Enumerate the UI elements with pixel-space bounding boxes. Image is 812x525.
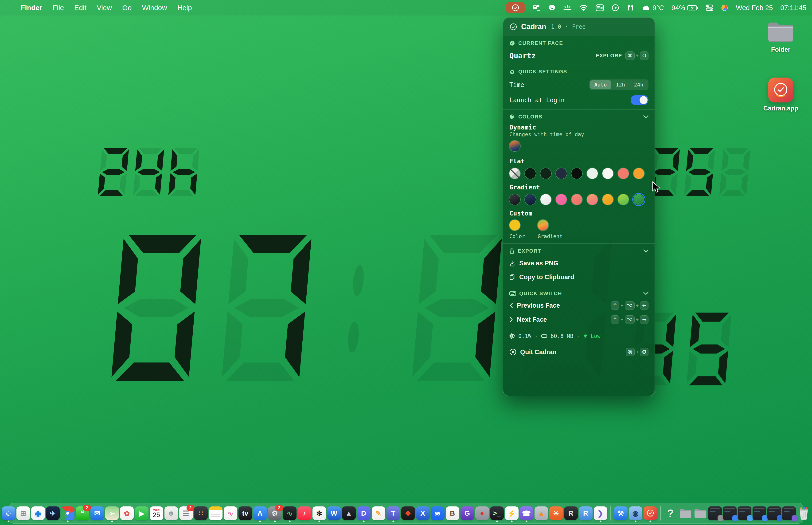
dock-item-docker[interactable]: ≋: [431, 507, 445, 520]
save-as-png-button[interactable]: Save as PNG: [509, 256, 648, 270]
chevron-down-icon[interactable]: [643, 114, 648, 120]
flat-swatch-none[interactable]: [509, 168, 520, 179]
menubar-menu-edit[interactable]: Edit: [74, 4, 87, 12]
flat-swatch-salmon[interactable]: [618, 168, 629, 179]
time-format-option-24h[interactable]: 24h: [630, 80, 647, 89]
dock-item-xcode[interactable]: ⚒: [614, 507, 628, 520]
gradient-swatch-green[interactable]: [633, 194, 644, 205]
teams-status-icon[interactable]: T: [533, 4, 541, 12]
dock-item-launchpad[interactable]: ⊞: [16, 507, 30, 520]
dock-item-discord[interactable]: D: [357, 507, 370, 520]
flat-swatch-white[interactable]: [602, 168, 613, 179]
dock-item-minimized-window[interactable]: [723, 507, 737, 520]
menubar-app-name[interactable]: Finder: [21, 4, 42, 12]
dock-item-telegram[interactable]: ✈: [46, 507, 60, 520]
viber-icon[interactable]: [548, 4, 556, 12]
menubar-time[interactable]: 07:11:45: [780, 4, 806, 12]
dock-item-dbeaver[interactable]: B: [446, 507, 459, 520]
command-palette-icon[interactable]: ⌘: [596, 4, 604, 11]
gradient-swatch-white[interactable]: [540, 194, 551, 205]
dock-item-freeform[interactable]: ∿: [224, 507, 237, 520]
dock-item-cadran-dock[interactable]: [644, 507, 657, 520]
dock-item-folder-stack[interactable]: [693, 507, 707, 520]
gradient-swatch-midnight[interactable]: [525, 194, 536, 205]
dock-item-music[interactable]: ♪: [298, 507, 311, 520]
menubar-menu-help[interactable]: Help: [178, 4, 192, 12]
gradient-swatch-pink[interactable]: [556, 194, 567, 205]
menubar-menu-window[interactable]: Window: [142, 4, 167, 12]
flat-swatch-off-white[interactable]: [587, 168, 598, 179]
dock-item-contacts[interactable]: ☻: [165, 507, 178, 520]
dock-item-warp[interactable]: ❯: [594, 507, 607, 520]
battery-status[interactable]: 94%: [672, 4, 698, 12]
control-center-icon[interactable]: [706, 4, 713, 11]
time-format-option-auto[interactable]: Auto: [590, 80, 611, 89]
menubar-menu-go[interactable]: Go: [122, 4, 132, 12]
dock-item-messenger[interactable]: ⚡: [505, 507, 519, 520]
flat-swatch-dark-green[interactable]: [525, 168, 536, 179]
dock-item-messages[interactable]: ❝2: [76, 507, 89, 520]
flat-swatch-forest[interactable]: [540, 168, 551, 179]
dock-item-system-settings[interactable]: ⚙2: [268, 507, 282, 520]
dock-item-screen-capture-app[interactable]: ◉: [629, 507, 642, 520]
dock-item-minimized-window[interactable]: [738, 507, 751, 520]
quit-cadran-button[interactable]: Quit Cadran ⌘+Q: [503, 343, 655, 361]
dock-item-apple-tv[interactable]: tv: [239, 507, 252, 520]
gradient-swatch-lime[interactable]: [618, 194, 629, 205]
dock-item-word[interactable]: W: [327, 507, 341, 520]
play-circle-icon[interactable]: [612, 4, 619, 12]
rays-icon[interactable]: [563, 4, 572, 12]
chevron-down-icon[interactable]: [643, 248, 648, 254]
chevron-down-icon[interactable]: [643, 290, 648, 297]
dock-item-teams[interactable]: T: [386, 507, 400, 520]
dock-item-folder-downloads[interactable]: [678, 507, 692, 520]
dock-item-blue-r-app[interactable]: R: [579, 507, 593, 520]
launch-at-login-toggle[interactable]: [631, 95, 648, 105]
dock-item-maps[interactable]: ➢: [105, 507, 119, 520]
dock-item-github[interactable]: G: [460, 507, 474, 520]
dock-item-minimized-window[interactable]: [708, 507, 722, 520]
dock-item-minimized-window[interactable]: [753, 507, 766, 520]
dock-item-app-store[interactable]: A: [253, 507, 267, 520]
flat-swatch-orange[interactable]: [633, 168, 644, 179]
gradient-swatch-sunset[interactable]: [587, 194, 598, 205]
gradient-swatch-amber[interactable]: [602, 194, 613, 205]
dock-item-dark-r-app[interactable]: R: [564, 507, 578, 520]
dock-item-minimized-window[interactable]: [782, 507, 796, 520]
dock-item-minimized-window[interactable]: [767, 507, 781, 520]
dock-item-calculator[interactable]: ∷: [194, 507, 208, 520]
dock-item-terminal[interactable]: >_: [490, 507, 504, 520]
dock-item-notes[interactable]: [209, 507, 223, 520]
next-face-button[interactable]: Next Face ^+⌥+→: [509, 313, 648, 327]
previous-face-button[interactable]: Previous Face ^+⌥+←: [509, 298, 648, 313]
desktop-icon-cadran-app[interactable]: Cadran.app: [760, 77, 802, 112]
explore-label[interactable]: EXPLORE: [596, 52, 622, 59]
dock-item-dark-triangle-app[interactable]: ▲: [342, 507, 356, 520]
gradient-swatch-charcoal[interactable]: [509, 194, 520, 205]
custom-color-picker[interactable]: Color: [509, 220, 525, 239]
dock-item-photos[interactable]: ✿: [120, 507, 134, 520]
dock-item-missing-app[interactable]: ?: [664, 507, 677, 520]
wifi-icon[interactable]: [579, 4, 588, 11]
dock-item-figma[interactable]: ❖: [401, 507, 415, 520]
dock-item-facetime[interactable]: ▶: [135, 507, 149, 520]
menubar-menu-view[interactable]: View: [97, 4, 112, 12]
custom-gradient-picker[interactable]: Gradient: [538, 220, 563, 239]
dock-item-claude[interactable]: ✳: [549, 507, 563, 520]
dock-item-vlc[interactable]: ▲: [535, 507, 548, 520]
desktop-icon-folder[interactable]: Folder: [760, 20, 802, 53]
dock-item-safari[interactable]: ◉: [31, 507, 45, 520]
dock-item-activity-monitor[interactable]: ∿: [283, 507, 296, 520]
custom-color-swatch[interactable]: [509, 220, 520, 230]
cadran-menubar-icon[interactable]: [506, 2, 525, 13]
dock-item-trash[interactable]: [797, 507, 811, 520]
dynamic-color-swatch[interactable]: [509, 140, 520, 151]
copy-to-clipboard-button[interactable]: Copy to Clipboard: [509, 270, 648, 284]
dock-item-mail[interactable]: ✉: [90, 507, 104, 520]
dock-item-blue-x-app[interactable]: X: [416, 507, 430, 520]
dock-item-red-badge-app[interactable]: ●: [475, 507, 489, 520]
dock-item-viber[interactable]: ☎: [520, 507, 533, 520]
dock-item-finder[interactable]: ☺: [2, 507, 15, 520]
menubar-date[interactable]: Wed Feb 25: [736, 4, 773, 12]
dock-item-stickies[interactable]: ✎: [372, 507, 385, 520]
